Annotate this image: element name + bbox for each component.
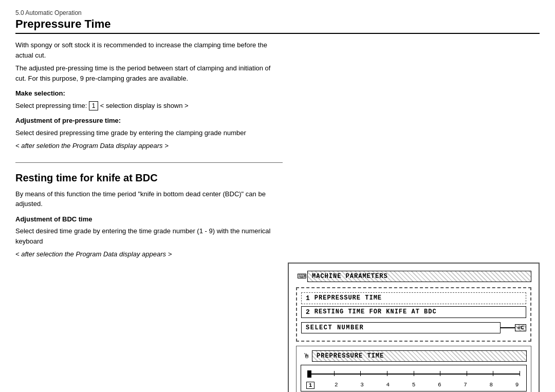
bdc-body2: < after selection the Program Data displ…	[15, 249, 283, 259]
section-divider	[15, 162, 283, 163]
menu-dashed-box: 1 PREPRESSURE TIME 2 RESTING TIME FOR KN…	[296, 287, 531, 342]
item1-num: 1	[306, 294, 310, 302]
slider-label-1: 1	[306, 382, 314, 389]
prepressure-slider-track-container	[305, 368, 522, 381]
item2-row: 2 RESTING TIME FOR KNIFE AT BDC	[301, 306, 526, 318]
machine-params-bar: MACHINE PARAMETERS	[307, 271, 531, 282]
item2-bar: 2 RESTING TIME FOR KNIFE AT BDC	[301, 306, 526, 318]
section1-body2: The adjusted pre-pressing time is the pe…	[15, 63, 283, 83]
make-selection-value: 1	[89, 101, 98, 111]
bdc-label: Adjustment of BDC time	[15, 214, 283, 225]
top-label: 5.0 Automatic Operation	[15, 9, 540, 16]
slider-label-3: 3	[358, 382, 366, 389]
item2-num: 2	[306, 308, 310, 316]
machine-params-row: ⌨ MACHINE PARAMETERS	[296, 271, 531, 282]
item1-bar: 1 PREPRESSURE TIME	[301, 292, 526, 304]
tick-5	[414, 371, 414, 376]
page: 5.0 Automatic Operation Prepressure Time…	[0, 0, 555, 392]
content-area: With spongy or soft stock it is recommen…	[15, 40, 540, 392]
bdc-body1: Select desired time grade by entering th…	[15, 226, 283, 246]
prepressure-icon: 🖱	[301, 350, 312, 362]
slider-label-6: 6	[435, 382, 443, 389]
slider-label-8: 8	[487, 382, 495, 389]
item2-label: RESTING TIME FOR KNIFE AT BDC	[314, 308, 437, 315]
make-selection-row: Select prepressing time: 1 < selection d…	[15, 101, 283, 111]
machine-params-label: MACHINE PARAMETERS	[312, 273, 388, 280]
make-selection-text: Select prepressing time:	[15, 102, 87, 109]
make-selection-label: Make selection:	[15, 88, 283, 99]
slider-label-2: 2	[332, 382, 340, 389]
tick-7	[467, 371, 467, 376]
c-button-1[interactable]: «C	[515, 324, 526, 331]
prepressure-header-row: 🖱 PREPRESSURE TIME	[301, 350, 527, 362]
slider-label-9: 9	[513, 382, 521, 389]
slider-label-4: 4	[384, 382, 392, 389]
hatched-end-1	[501, 327, 515, 328]
machine-icon: ⌨	[296, 271, 307, 282]
section2-body1: By means of this function the time perio…	[15, 189, 283, 209]
item1-label: PREPRESSURE TIME	[314, 294, 382, 302]
slider-label-7: 7	[461, 382, 470, 389]
prepressure-subpanel: 🖱 PREPRESSURE TIME	[296, 346, 531, 392]
right-panel: ⌨ MACHINE PARAMETERS 1 PREPRESSURE TIME	[288, 263, 540, 392]
select-number-bar-1: SELECT NUMBER	[301, 322, 501, 333]
prepressure-slider-thumb[interactable]	[307, 370, 311, 378]
left-column: With spongy or soft stock it is recommen…	[15, 40, 293, 263]
tick-6	[440, 371, 440, 376]
machine-params-section: ⌨ MACHINE PARAMETERS	[296, 271, 531, 282]
make-selection-suffix: < selection display is shown >	[100, 102, 189, 109]
section1-body1: With spongy or soft stock it is recommen…	[15, 40, 283, 60]
slider-label-5: 5	[410, 382, 418, 389]
tick-4	[387, 371, 387, 376]
prepressure-slider-ticks	[307, 371, 520, 376]
prepressure-panel-label: PREPRESSURE TIME	[317, 352, 384, 360]
adjustment-body2: < after seletion the Program Data displa…	[15, 141, 283, 151]
section1-title: Prepressure Time	[15, 17, 540, 34]
prepressure-slider-labels: 1 2 3 4 5 6 7 8 9	[305, 382, 522, 389]
select-number-row-1: SELECT NUMBER «C	[301, 322, 526, 333]
tick-9	[520, 371, 520, 376]
section2-title: Resting time for knife at BDC	[15, 172, 283, 184]
tick-2	[334, 371, 335, 376]
prepressure-slider-area: 1 2 3 4 5 6 7 8 9	[301, 365, 527, 391]
item1-row: 1 PREPRESSURE TIME	[301, 292, 526, 304]
tick-8	[493, 371, 493, 376]
adjustment-label: Adjustment of pre-pressure time:	[15, 116, 283, 126]
adjustment-body1: Select desired prepressing time grade by…	[15, 128, 283, 138]
prepressure-title-bar: PREPRESSURE TIME	[312, 350, 527, 362]
tick-3	[360, 371, 361, 376]
